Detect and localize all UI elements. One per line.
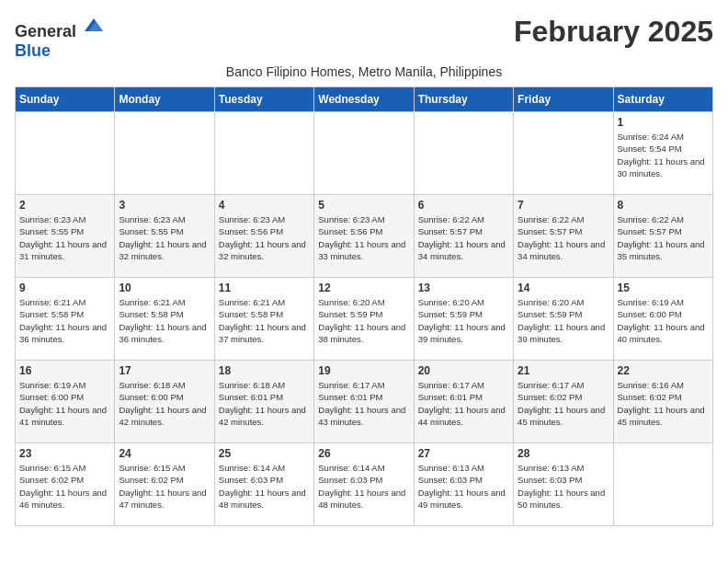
day-info: Sunrise: 6:20 AM Sunset: 5:59 PM Dayligh…: [418, 296, 509, 345]
page: General Blue February 2025 Banco Filipin…: [0, 0, 728, 534]
day-info: Sunrise: 6:18 AM Sunset: 6:01 PM Dayligh…: [219, 379, 310, 428]
day-info: Sunrise: 6:21 AM Sunset: 5:58 PM Dayligh…: [219, 296, 310, 345]
day-number: 5: [318, 199, 409, 212]
day-info: Sunrise: 6:23 AM Sunset: 5:55 PM Dayligh…: [19, 213, 110, 262]
calendar-table: SundayMondayTuesdayWednesdayThursdayFrid…: [15, 86, 713, 526]
day-info: Sunrise: 6:16 AM Sunset: 6:02 PM Dayligh…: [618, 379, 709, 428]
day-cell: 18Sunrise: 6:18 AM Sunset: 6:01 PM Dayli…: [214, 361, 313, 443]
day-cell: [613, 443, 712, 526]
day-cell: 13Sunrise: 6:20 AM Sunset: 5:59 PM Dayli…: [414, 278, 513, 361]
day-info: Sunrise: 6:19 AM Sunset: 6:00 PM Dayligh…: [19, 379, 110, 428]
day-cell: 25Sunrise: 6:14 AM Sunset: 6:03 PM Dayli…: [214, 443, 313, 526]
day-info: Sunrise: 6:23 AM Sunset: 5:56 PM Dayligh…: [318, 213, 409, 262]
day-cell: 12Sunrise: 6:20 AM Sunset: 5:59 PM Dayli…: [314, 278, 414, 361]
day-cell: 20Sunrise: 6:17 AM Sunset: 6:01 PM Dayli…: [414, 361, 513, 443]
day-info: Sunrise: 6:24 AM Sunset: 5:54 PM Dayligh…: [618, 131, 709, 179]
day-number: 9: [19, 282, 110, 294]
day-number: 10: [119, 282, 210, 294]
day-number: 1: [618, 116, 709, 129]
day-number: 12: [318, 282, 409, 294]
logo-general: General: [15, 22, 76, 40]
header-day-friday: Friday: [514, 87, 613, 112]
day-cell: 23Sunrise: 6:15 AM Sunset: 6:02 PM Dayli…: [16, 443, 115, 526]
day-number: 15: [618, 282, 709, 294]
logo: General Blue: [15, 15, 105, 61]
day-info: Sunrise: 6:22 AM Sunset: 5:57 PM Dayligh…: [618, 213, 709, 262]
day-number: 20: [418, 364, 509, 377]
month-title: February 2025: [514, 15, 713, 49]
day-cell: 26Sunrise: 6:14 AM Sunset: 6:03 PM Dayli…: [314, 443, 414, 526]
logo-content: General Blue: [15, 15, 105, 61]
day-cell: 11Sunrise: 6:21 AM Sunset: 5:58 PM Dayli…: [214, 278, 313, 361]
week-row-3: 9Sunrise: 6:21 AM Sunset: 5:58 PM Daylig…: [16, 278, 713, 361]
day-info: Sunrise: 6:15 AM Sunset: 6:02 PM Dayligh…: [19, 462, 110, 511]
week-row-5: 23Sunrise: 6:15 AM Sunset: 6:02 PM Dayli…: [16, 443, 713, 526]
day-number: 22: [618, 364, 709, 377]
day-info: Sunrise: 6:15 AM Sunset: 6:02 PM Dayligh…: [119, 462, 210, 511]
day-cell: [414, 112, 513, 195]
day-number: 21: [518, 364, 609, 377]
day-cell: 5Sunrise: 6:23 AM Sunset: 5:56 PM Daylig…: [314, 195, 414, 278]
day-cell: 28Sunrise: 6:13 AM Sunset: 6:03 PM Dayli…: [514, 443, 613, 526]
logo-icon: [83, 15, 105, 37]
day-info: Sunrise: 6:18 AM Sunset: 6:00 PM Dayligh…: [119, 379, 210, 428]
week-row-4: 16Sunrise: 6:19 AM Sunset: 6:00 PM Dayli…: [16, 361, 713, 443]
header-day-tuesday: Tuesday: [214, 87, 313, 112]
logo-blue: Blue: [15, 41, 51, 60]
day-info: Sunrise: 6:20 AM Sunset: 5:59 PM Dayligh…: [318, 296, 409, 345]
day-cell: 4Sunrise: 6:23 AM Sunset: 5:56 PM Daylig…: [214, 195, 313, 278]
day-info: Sunrise: 6:13 AM Sunset: 6:03 PM Dayligh…: [518, 462, 609, 511]
day-cell: [314, 112, 414, 195]
day-info: Sunrise: 6:14 AM Sunset: 6:03 PM Dayligh…: [219, 462, 310, 511]
day-info: Sunrise: 6:13 AM Sunset: 6:03 PM Dayligh…: [418, 462, 509, 511]
day-cell: [115, 112, 214, 195]
day-number: 8: [618, 199, 709, 212]
day-number: 13: [418, 282, 509, 294]
day-number: 25: [219, 447, 310, 460]
day-cell: 15Sunrise: 6:19 AM Sunset: 6:00 PM Dayli…: [613, 278, 712, 361]
week-row-2: 2Sunrise: 6:23 AM Sunset: 5:55 PM Daylig…: [16, 195, 713, 278]
day-number: 16: [19, 364, 110, 377]
day-cell: 17Sunrise: 6:18 AM Sunset: 6:00 PM Dayli…: [115, 361, 214, 443]
day-cell: 7Sunrise: 6:22 AM Sunset: 5:57 PM Daylig…: [514, 195, 613, 278]
day-info: Sunrise: 6:17 AM Sunset: 6:01 PM Dayligh…: [418, 379, 509, 428]
day-number: 6: [418, 199, 509, 212]
header-day-monday: Monday: [115, 87, 214, 112]
calendar-header-row: SundayMondayTuesdayWednesdayThursdayFrid…: [16, 87, 713, 112]
day-number: 2: [19, 199, 110, 212]
header-day-thursday: Thursday: [414, 87, 513, 112]
week-row-1: 1Sunrise: 6:24 AM Sunset: 5:54 PM Daylig…: [16, 112, 713, 195]
day-cell: 1Sunrise: 6:24 AM Sunset: 5:54 PM Daylig…: [613, 112, 712, 195]
day-number: 14: [518, 282, 609, 294]
day-number: 3: [119, 199, 210, 212]
header-day-saturday: Saturday: [613, 87, 712, 112]
day-cell: 8Sunrise: 6:22 AM Sunset: 5:57 PM Daylig…: [613, 195, 712, 278]
day-cell: 9Sunrise: 6:21 AM Sunset: 5:58 PM Daylig…: [16, 278, 115, 361]
day-number: 17: [119, 364, 210, 377]
day-number: 11: [219, 282, 310, 294]
day-cell: 22Sunrise: 6:16 AM Sunset: 6:02 PM Dayli…: [613, 361, 712, 443]
day-cell: [214, 112, 313, 195]
day-number: 24: [119, 447, 210, 460]
day-cell: 21Sunrise: 6:17 AM Sunset: 6:02 PM Dayli…: [514, 361, 613, 443]
day-number: 23: [19, 447, 110, 460]
day-number: 26: [318, 447, 409, 460]
day-info: Sunrise: 6:23 AM Sunset: 5:56 PM Dayligh…: [219, 213, 310, 262]
day-info: Sunrise: 6:14 AM Sunset: 6:03 PM Dayligh…: [318, 462, 409, 511]
day-number: 4: [219, 199, 310, 212]
day-cell: 16Sunrise: 6:19 AM Sunset: 6:00 PM Dayli…: [16, 361, 115, 443]
day-info: Sunrise: 6:23 AM Sunset: 5:55 PM Dayligh…: [119, 213, 210, 262]
day-info: Sunrise: 6:17 AM Sunset: 6:02 PM Dayligh…: [518, 379, 609, 428]
day-info: Sunrise: 6:19 AM Sunset: 6:00 PM Dayligh…: [618, 296, 709, 345]
day-cell: 19Sunrise: 6:17 AM Sunset: 6:01 PM Dayli…: [314, 361, 414, 443]
day-cell: 2Sunrise: 6:23 AM Sunset: 5:55 PM Daylig…: [16, 195, 115, 278]
header-day-wednesday: Wednesday: [314, 87, 414, 112]
day-info: Sunrise: 6:22 AM Sunset: 5:57 PM Dayligh…: [418, 213, 509, 262]
day-number: 19: [318, 364, 409, 377]
day-info: Sunrise: 6:20 AM Sunset: 5:59 PM Dayligh…: [518, 296, 609, 345]
day-info: Sunrise: 6:21 AM Sunset: 5:58 PM Dayligh…: [119, 296, 210, 345]
day-info: Sunrise: 6:17 AM Sunset: 6:01 PM Dayligh…: [318, 379, 409, 428]
day-cell: 27Sunrise: 6:13 AM Sunset: 6:03 PM Dayli…: [414, 443, 513, 526]
day-cell: [514, 112, 613, 195]
day-cell: 14Sunrise: 6:20 AM Sunset: 5:59 PM Dayli…: [514, 278, 613, 361]
